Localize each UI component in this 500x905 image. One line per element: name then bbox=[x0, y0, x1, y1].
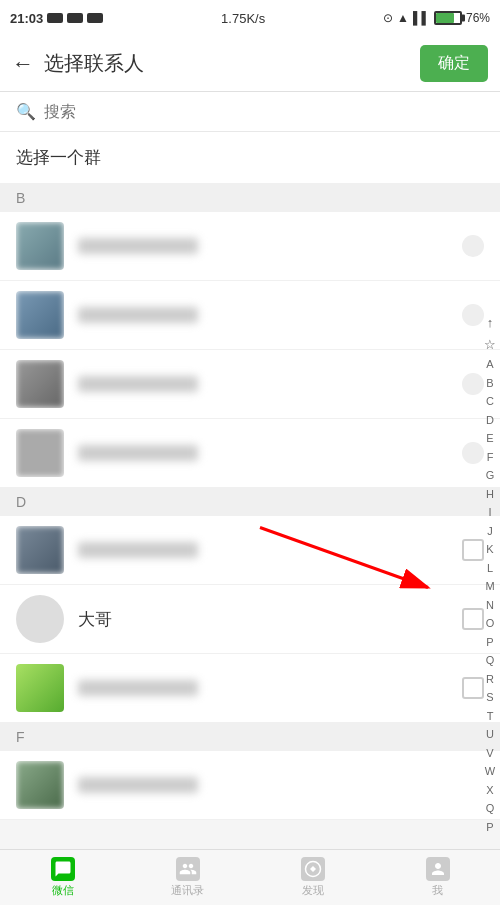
contact-name-f1-blurred bbox=[78, 777, 198, 793]
avatar-dage bbox=[16, 595, 64, 643]
battery-percent: 76% bbox=[466, 11, 490, 25]
alpha-R[interactable]: R bbox=[486, 670, 494, 689]
contact-name-b2-blurred bbox=[78, 307, 198, 323]
status-icon-1 bbox=[47, 13, 63, 23]
confirm-button[interactable]: 确定 bbox=[420, 45, 488, 82]
page-title: 选择联系人 bbox=[44, 50, 420, 77]
alpha-E[interactable]: E bbox=[486, 429, 493, 448]
battery-fill bbox=[436, 13, 454, 23]
contact-item-b2[interactable] bbox=[0, 281, 500, 350]
network-speed: 1.75K/s bbox=[221, 11, 265, 26]
checkbox-b1 bbox=[462, 235, 484, 257]
header: ← 选择联系人 确定 bbox=[0, 36, 500, 92]
alpha-D[interactable]: D bbox=[486, 411, 494, 430]
alpha-H[interactable]: H bbox=[486, 485, 494, 504]
avatar-b2 bbox=[16, 291, 64, 339]
section-header-F: F bbox=[0, 723, 500, 751]
alpha-P[interactable]: P bbox=[486, 633, 493, 652]
section-header-B: B bbox=[0, 184, 500, 212]
alpha-B[interactable]: B bbox=[486, 374, 493, 393]
avatar-f1 bbox=[16, 761, 64, 809]
avatar-d1 bbox=[16, 526, 64, 574]
alpha-G[interactable]: G bbox=[486, 466, 495, 485]
alpha-A[interactable]: A bbox=[486, 355, 493, 374]
contact-name-b3-blurred bbox=[78, 376, 198, 392]
section-header-D: D bbox=[0, 488, 500, 516]
wifi-icon: ▲ bbox=[397, 11, 409, 25]
tab-contacts[interactable]: 通讯录 bbox=[125, 857, 250, 898]
alpha-M[interactable]: M bbox=[485, 577, 494, 596]
time: 21:03 bbox=[10, 11, 43, 26]
alpha-N[interactable]: N bbox=[486, 596, 494, 615]
alpha-C[interactable]: C bbox=[486, 392, 494, 411]
alpha-S[interactable]: S bbox=[486, 688, 493, 707]
search-icon: 🔍 bbox=[16, 102, 36, 121]
chat-icon bbox=[51, 857, 75, 881]
tab-contacts-label: 通讯录 bbox=[171, 883, 204, 898]
alpha-L[interactable]: L bbox=[487, 559, 493, 578]
status-right: ⊙ ▲ ▌▌ 76% bbox=[383, 11, 490, 25]
alpha-F[interactable]: F bbox=[487, 448, 494, 467]
alpha-P2[interactable]: P bbox=[486, 818, 493, 834]
tab-me-label: 我 bbox=[432, 883, 443, 898]
contact-name-d3-blurred bbox=[78, 680, 198, 696]
contact-name-d1-blurred bbox=[78, 542, 198, 558]
status-bar: 21:03 1.75K/s ⊙ ▲ ▌▌ 76% bbox=[0, 0, 500, 36]
alpha-up[interactable]: ↑ bbox=[487, 312, 494, 334]
contact-name-dage: 大哥 bbox=[78, 608, 270, 631]
contact-item-b3[interactable] bbox=[0, 350, 500, 419]
search-input[interactable] bbox=[44, 103, 484, 121]
contact-item-b4[interactable] bbox=[0, 419, 500, 488]
alpha-star[interactable]: ☆ bbox=[484, 334, 496, 356]
contact-item-dage[interactable]: 大哥 bbox=[0, 585, 500, 654]
status-left: 21:03 bbox=[10, 11, 103, 26]
tab-chat[interactable]: 微信 bbox=[0, 857, 125, 898]
tab-chat-label: 微信 bbox=[52, 883, 74, 898]
alpha-Q[interactable]: Q bbox=[486, 651, 495, 670]
alpha-X[interactable]: X bbox=[486, 781, 493, 800]
battery bbox=[434, 11, 462, 25]
alpha-K[interactable]: K bbox=[486, 540, 493, 559]
content-area: ↑ ☆ A B C D E F G H I J K L M N O P Q R … bbox=[0, 132, 500, 833]
avatar-b3 bbox=[16, 360, 64, 408]
alpha-T[interactable]: T bbox=[487, 707, 494, 726]
alpha-J[interactable]: J bbox=[487, 522, 493, 541]
avatar-b4 bbox=[16, 429, 64, 477]
contact-name-b4-blurred bbox=[78, 445, 198, 461]
tab-discover[interactable]: 发现 bbox=[250, 857, 375, 898]
avatar-b1 bbox=[16, 222, 64, 270]
alpha-W[interactable]: W bbox=[485, 762, 495, 781]
contact-item-f1[interactable] bbox=[0, 751, 500, 820]
contact-item-d1[interactable] bbox=[0, 516, 500, 585]
discover-icon bbox=[301, 857, 325, 881]
alpha-I[interactable]: I bbox=[488, 503, 491, 522]
alpha-U[interactable]: U bbox=[486, 725, 494, 744]
avatar-d3 bbox=[16, 664, 64, 712]
status-icon-3 bbox=[87, 13, 103, 23]
alpha-O[interactable]: O bbox=[486, 614, 495, 633]
contacts-icon bbox=[176, 857, 200, 881]
status-icon-2 bbox=[67, 13, 83, 23]
bluetooth-icon: ⊙ bbox=[383, 11, 393, 25]
contact-item-b1[interactable] bbox=[0, 212, 500, 281]
alpha-V[interactable]: V bbox=[486, 744, 493, 763]
choose-group-label: 选择一个群 bbox=[16, 148, 101, 167]
search-bar: 🔍 bbox=[0, 92, 500, 132]
back-button[interactable]: ← bbox=[12, 51, 34, 77]
signal-icon: ▌▌ bbox=[413, 11, 430, 25]
choose-group-row[interactable]: 选择一个群 bbox=[0, 132, 500, 184]
tab-discover-label: 发现 bbox=[302, 883, 324, 898]
tab-me[interactable]: 我 bbox=[375, 857, 500, 898]
contact-name-b1-blurred bbox=[78, 238, 198, 254]
bottom-bar: 微信 通讯录 发现 我 bbox=[0, 849, 500, 905]
alpha-Q2[interactable]: Q bbox=[486, 799, 495, 818]
contact-item-d3[interactable] bbox=[0, 654, 500, 723]
alpha-index[interactable]: ↑ ☆ A B C D E F G H I J K L M N O P Q R … bbox=[480, 312, 500, 833]
me-icon bbox=[426, 857, 450, 881]
